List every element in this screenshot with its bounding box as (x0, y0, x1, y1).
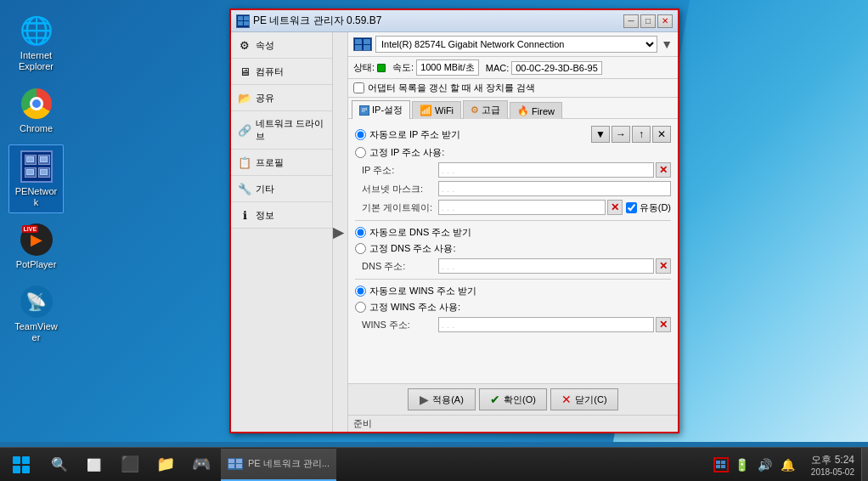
task-view-button[interactable]: ⬜ (76, 448, 110, 482)
teamviewer-icon-item[interactable]: 📡 TeamViewer (8, 280, 64, 348)
dialog-status: 준비 (348, 415, 678, 432)
firewall-tab-icon: 🔥 (517, 105, 529, 116)
profile-icon: 📋 (238, 156, 251, 169)
static-dns-radio[interactable] (355, 243, 366, 254)
close-button[interactable]: ✕ (657, 14, 673, 28)
ie-label: InternetExplorer (19, 50, 54, 72)
teamviewer-icon: 📡 (20, 285, 54, 319)
maximize-button[interactable]: □ (640, 14, 656, 28)
speed-item: 속도: 1000 MBit/초 (392, 59, 479, 76)
tab-wifi[interactable]: 📶 WiFi (412, 101, 461, 119)
static-wins-radio-row: 고정 WINS 주소 사용: (355, 301, 671, 314)
start-button[interactable] (0, 448, 42, 482)
sidebar: ⚙ 속성 🖥 컴퓨터 📂 공유 (231, 32, 333, 432)
toolbar-btn-4[interactable]: ✕ (652, 126, 671, 143)
divider-2 (355, 279, 671, 280)
toolbar-btn-2[interactable]: → (612, 126, 630, 143)
dns-clear-icon: ✕ (659, 260, 668, 272)
subnet-field-label: 서브넷 마스크: (362, 183, 438, 195)
taskbar-app-misc[interactable]: 🎮 (185, 449, 219, 481)
tab-advanced[interactable]: ⚙ 고급 (463, 100, 508, 119)
network-manager-taskbar-label: PE 네트워크 관리... (248, 457, 330, 470)
ok-button[interactable]: ✔ 확인(O) (479, 388, 547, 410)
network-drive-icon: 🔗 (238, 123, 251, 137)
tab-ip[interactable]: IP IP-설정 (352, 100, 410, 119)
content-area: Intel(R) 82574L Gigabit Network Connecti… (348, 32, 678, 432)
apply-label: 적용(A) (432, 393, 464, 406)
cancel-button[interactable]: ✕ 닫기(C) (550, 388, 618, 410)
tray-network-icon[interactable] (713, 457, 729, 473)
auto-wins-label: 자동으로 WINS 주소 받기 (369, 285, 476, 297)
wins-field-label: WINS 주소: (362, 319, 438, 331)
gateway-clear-btn[interactable]: ✕ (607, 200, 623, 215)
sidebar-item-sharing[interactable]: 📂 공유 (231, 85, 332, 111)
wins-field-row: WINS 주소: . . . ✕ (355, 317, 671, 332)
ip-section-header: 자동으로 IP 주소 받기 ▼ → ↑ ✕ (355, 126, 671, 143)
clock-area[interactable]: 오후 5:24 2018-05-02 (804, 453, 861, 477)
windows-logo (13, 456, 30, 473)
dns-input[interactable]: . . . (438, 258, 654, 274)
auto-ip-radio-row: 자동으로 IP 주소 받기 (355, 128, 460, 141)
ie-icon-item[interactable]: 🌐 InternetExplorer (8, 8, 64, 77)
ok-icon: ✔ (490, 393, 500, 406)
adapter-search-checkbox[interactable] (353, 82, 364, 93)
advanced-tab-label: 고급 (482, 104, 500, 116)
show-desktop-button[interactable] (861, 448, 868, 482)
static-wins-label: 고정 WINS 주소 사용: (369, 301, 460, 314)
desktop: 🌐 InternetExplorer Chrome (0, 0, 868, 442)
sharing-icon: 📂 (238, 91, 251, 105)
minimize-button[interactable]: ─ (623, 14, 639, 28)
tray-notification-icon[interactable]: 🔔 (778, 458, 798, 472)
wins-input[interactable]: . . . (438, 317, 654, 332)
sidebar-item-profile[interactable]: 📋 프로필 (231, 150, 332, 176)
potplayer-icon-item[interactable]: LIVE ▶ PotPlayer (8, 218, 64, 275)
gateway-field-label: 기본 게이트웨이: (362, 201, 438, 214)
auto-gateway-checkbox[interactable] (626, 202, 637, 213)
search-button[interactable]: 🔍 (42, 448, 76, 482)
dns-field-label: DNS 주소: (362, 260, 438, 273)
subnet-input[interactable]: . . . (438, 181, 671, 196)
static-wins-radio[interactable] (355, 302, 366, 313)
auto-checkbox-label: 유동(D) (640, 201, 671, 214)
penetwork-icon-item[interactable]: PENetwork (8, 144, 64, 213)
toolbar-btn-3[interactable]: ↑ (632, 126, 651, 143)
adapter-bar: Intel(R) 82574L Gigabit Network Connecti… (348, 32, 678, 57)
tray-battery-icon[interactable]: 🔋 (732, 458, 752, 472)
sidebar-item-properties[interactable]: ⚙ 속성 (231, 32, 332, 59)
auto-wins-radio[interactable] (355, 286, 366, 297)
sidebar-other-label: 기타 (256, 183, 274, 195)
sidebar-item-computer[interactable]: 🖥 컴퓨터 (231, 59, 332, 85)
static-ip-radio[interactable] (355, 147, 366, 158)
gateway-input[interactable]: . . . (438, 200, 606, 215)
misc-icon: 🎮 (192, 455, 211, 473)
sidebar-item-network-drive[interactable]: 🔗 네트워크 드라이브 (231, 111, 332, 150)
subnet-field-row: 서브넷 마스크: . . . (355, 181, 671, 196)
adapter-select[interactable]: Intel(R) 82574L Gigabit Network Connecti… (375, 36, 657, 53)
cmd-icon: ⬛ (121, 455, 139, 473)
sidebar-properties-label: 속성 (256, 39, 274, 52)
apply-button[interactable]: ▶ 적용(A) (408, 388, 476, 410)
taskbar-app-network-manager[interactable]: PE 네트워크 관리... (221, 449, 336, 481)
toolbar-btn-1[interactable]: ▼ (591, 126, 610, 143)
ip-input[interactable]: . . . (438, 162, 654, 178)
other-icon: 🔧 (238, 182, 251, 195)
ie-icon: 🌐 (20, 14, 54, 48)
ip-tab-icon: IP (359, 105, 369, 116)
tray-volume-icon[interactable]: 🔊 (755, 458, 775, 472)
auto-dns-radio[interactable] (355, 227, 366, 238)
auto-ip-radio[interactable] (355, 129, 366, 140)
status-bar: 상태: 속도: 1000 MBit/초 MAC: 00-0C-29-3D-B6-… (348, 57, 678, 79)
dns-clear-btn[interactable]: ✕ (656, 258, 671, 274)
sidebar-item-info[interactable]: ℹ 정보 (231, 202, 332, 229)
properties-icon: ⚙ (238, 38, 251, 52)
teamviewer-label: TeamViewer (14, 321, 59, 343)
ip-tab-label: IP-설정 (372, 104, 403, 116)
ip-clear-btn[interactable]: ✕ (656, 162, 671, 178)
sidebar-item-other[interactable]: 🔧 기타 (231, 176, 332, 202)
chrome-icon-item[interactable]: Chrome (8, 82, 64, 139)
search-icon: 🔍 (51, 456, 68, 473)
tab-firewall[interactable]: 🔥 Firew (510, 102, 562, 119)
wins-clear-btn[interactable]: ✕ (656, 317, 671, 332)
taskbar-app-explorer[interactable]: 📁 (149, 449, 183, 481)
taskbar-app-cmd[interactable]: ⬛ (114, 449, 148, 481)
